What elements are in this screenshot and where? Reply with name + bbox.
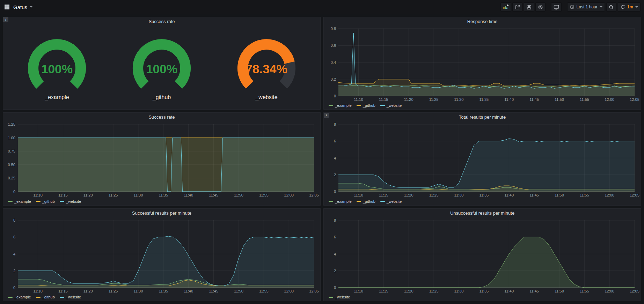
svg-text:11:40: 11:40 bbox=[504, 97, 514, 102]
svg-text:11:25: 11:25 bbox=[429, 193, 439, 197]
save-button[interactable] bbox=[524, 2, 534, 12]
svg-text:11:35: 11:35 bbox=[479, 97, 489, 102]
legend-item-_example[interactable]: _example bbox=[8, 295, 31, 299]
chart-canvas: 11:1011:1511:2011:2511:3011:3511:4011:45… bbox=[5, 217, 319, 294]
tv-mode-button[interactable] bbox=[551, 2, 562, 12]
series-color-mark bbox=[357, 201, 361, 202]
successful-results-chart[interactable]: 11:1011:1511:2011:2511:3011:3511:4011:45… bbox=[5, 217, 319, 294]
series-color-mark bbox=[36, 297, 41, 298]
svg-text:0: 0 bbox=[13, 286, 15, 290]
svg-text:11:25: 11:25 bbox=[429, 289, 439, 293]
series-name: _website bbox=[387, 199, 402, 203]
series-color-mark bbox=[329, 297, 333, 298]
legend-item-_website[interactable]: _website bbox=[329, 295, 350, 299]
svg-text:12:05: 12:05 bbox=[309, 193, 319, 197]
share-button[interactable] bbox=[512, 2, 522, 12]
svg-text:11:20: 11:20 bbox=[83, 193, 93, 197]
svg-text:11:45: 11:45 bbox=[529, 193, 539, 197]
panel-total-results: i Total results per minute 11:1011:1511:… bbox=[323, 112, 641, 205]
chart-canvas: 11:1011:1511:2011:2511:3011:3511:4011:45… bbox=[325, 217, 639, 294]
zoom-out-icon bbox=[609, 5, 614, 10]
add-panel-button[interactable] bbox=[500, 2, 511, 12]
series-color-mark bbox=[380, 105, 385, 106]
legend-item-_example[interactable]: _example bbox=[329, 103, 352, 107]
svg-text:11:55: 11:55 bbox=[580, 97, 589, 102]
legend-item-_website[interactable]: _website bbox=[380, 199, 402, 203]
gauge-label: _github bbox=[153, 94, 171, 101]
svg-text:11:30: 11:30 bbox=[454, 97, 464, 102]
navbar-right: Last 1 hour 1m bbox=[500, 2, 641, 12]
gauge-arc: 100% bbox=[118, 34, 206, 95]
svg-text:11:30: 11:30 bbox=[134, 289, 143, 293]
svg-text:11:15: 11:15 bbox=[379, 193, 388, 197]
svg-text:11:45: 11:45 bbox=[209, 289, 218, 293]
total-results-chart[interactable]: 11:1011:1511:2011:2511:3011:3511:4011:45… bbox=[325, 121, 639, 198]
dashboard-picker[interactable]: Gatus bbox=[13, 4, 32, 10]
svg-text:11:40: 11:40 bbox=[504, 289, 514, 293]
legend-item-_github[interactable]: _github bbox=[36, 199, 55, 203]
svg-text:11:10: 11:10 bbox=[354, 289, 363, 293]
svg-text:11:40: 11:40 bbox=[184, 289, 193, 293]
svg-text:11:20: 11:20 bbox=[404, 289, 414, 293]
panel-title[interactable]: Success rate bbox=[148, 19, 175, 24]
gauge-_github: 100%_github bbox=[109, 26, 214, 109]
navbar-left: Gatus bbox=[4, 4, 32, 10]
series-name: _github bbox=[363, 199, 375, 203]
refresh-button[interactable]: 1m bbox=[618, 2, 641, 12]
panel-title[interactable]: Total results per minute bbox=[459, 114, 506, 120]
series-name: _github bbox=[42, 199, 55, 203]
svg-text:11:35: 11:35 bbox=[159, 193, 168, 197]
svg-text:8: 8 bbox=[334, 122, 336, 126]
series-name: _website bbox=[387, 103, 402, 107]
series-color-mark bbox=[60, 201, 64, 202]
gauge-value: 100% bbox=[146, 62, 177, 76]
legend-item-_github[interactable]: _github bbox=[36, 295, 55, 299]
gauge-arc: 78.34% bbox=[222, 34, 310, 95]
legend-item-_example[interactable]: _example bbox=[8, 199, 31, 203]
svg-text:2: 2 bbox=[334, 173, 336, 177]
settings-button[interactable] bbox=[535, 2, 546, 12]
dashboard-grid: i Success rate 100%_example100%_github78… bbox=[0, 14, 644, 304]
gauge-label: _website bbox=[255, 94, 277, 101]
svg-text:6: 6 bbox=[13, 235, 15, 239]
success-rate-chart[interactable]: 11:1011:1511:2011:2511:3011:3511:4011:45… bbox=[5, 121, 319, 198]
response-time-chart[interactable]: 11:1011:1511:2011:2511:3011:3511:4011:45… bbox=[325, 26, 639, 102]
panel-title[interactable]: Response time bbox=[467, 19, 498, 24]
svg-text:11:45: 11:45 bbox=[209, 193, 218, 197]
clock-icon bbox=[570, 5, 575, 9]
panel-success-rate-gauges: i Success rate 100%_example100%_github78… bbox=[3, 17, 321, 110]
legend-item-_github[interactable]: _github bbox=[357, 199, 375, 203]
legend: _example_github_website bbox=[325, 102, 639, 109]
legend-item-_website[interactable]: _website bbox=[60, 295, 81, 299]
save-icon bbox=[526, 5, 532, 10]
legend: _example_github_website bbox=[5, 294, 319, 300]
panel-info-icon[interactable]: i bbox=[324, 113, 329, 118]
gauge-_website: 78.34%_website bbox=[214, 26, 319, 109]
legend-item-_website[interactable]: _website bbox=[60, 199, 81, 203]
legend-item-_website[interactable]: _website bbox=[380, 103, 402, 107]
svg-text:0.2: 0.2 bbox=[331, 77, 336, 81]
dashboards-grid-icon[interactable] bbox=[4, 4, 10, 10]
panel-title[interactable]: Successful results per minute bbox=[132, 210, 191, 216]
panel-info-icon[interactable]: i bbox=[3, 17, 8, 22]
legend-item-_github[interactable]: _github bbox=[357, 103, 375, 107]
chart-canvas: 11:1011:1511:2011:2511:3011:3511:4011:45… bbox=[5, 121, 319, 198]
svg-text:11:10: 11:10 bbox=[33, 193, 43, 197]
gauge-row: 100%_example100%_github78.34%_website bbox=[5, 26, 319, 109]
svg-text:11:25: 11:25 bbox=[109, 289, 118, 293]
add-panel-icon bbox=[503, 4, 508, 10]
zoom-out-button[interactable] bbox=[606, 2, 616, 12]
panel-title[interactable]: Unsuccessful results per minute bbox=[450, 210, 514, 216]
legend: _example_github_website bbox=[5, 198, 319, 205]
time-range-button[interactable]: Last 1 hour bbox=[567, 2, 605, 12]
panel-title[interactable]: Success rate bbox=[148, 114, 175, 120]
svg-text:11:50: 11:50 bbox=[555, 193, 564, 197]
legend-item-_example[interactable]: _example bbox=[329, 199, 352, 203]
unsuccessful-results-chart[interactable]: 11:1011:1511:2011:2511:3011:3511:4011:45… bbox=[325, 217, 639, 294]
svg-text:12:00: 12:00 bbox=[605, 289, 614, 293]
svg-text:4: 4 bbox=[13, 252, 15, 256]
svg-text:0.50: 0.50 bbox=[8, 163, 15, 167]
svg-text:0: 0 bbox=[334, 190, 336, 194]
svg-text:11:20: 11:20 bbox=[83, 289, 93, 293]
svg-text:0: 0 bbox=[334, 94, 336, 98]
